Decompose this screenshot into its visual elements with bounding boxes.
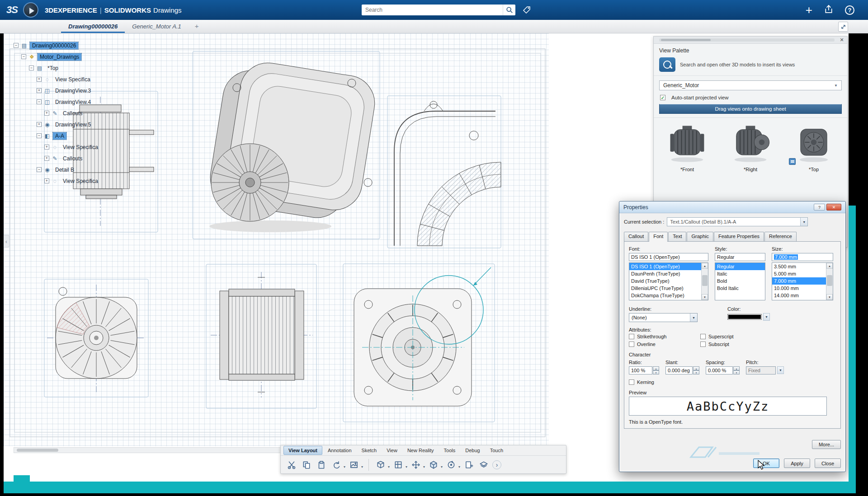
font-list-item[interactable]: DilleniaUPC (TrueType) [629, 285, 701, 292]
thumbnail-right[interactable]: *Right [721, 122, 780, 172]
tree-item-a-a[interactable]: −◧A-A [14, 130, 100, 141]
autostart-option[interactable]: ✓ Auto-start projected view [660, 95, 841, 100]
tab-debug[interactable]: Debug [461, 446, 484, 454]
tab-callout[interactable]: Callout [624, 232, 648, 242]
tab-view-layout[interactable]: View Layout [283, 446, 322, 455]
scrollbar-thumb[interactable] [827, 275, 832, 286]
new-tab-button[interactable]: + [189, 20, 205, 33]
tree-item-label[interactable]: View Specifica [53, 76, 93, 83]
strikethrough-checkbox[interactable] [629, 334, 634, 339]
expander-icon[interactable]: − [21, 54, 26, 59]
tree-item-label[interactable]: Drawing00000026 [30, 42, 78, 49]
color-swatch[interactable] [727, 314, 762, 320]
tree-item-label[interactable]: Callouts [61, 110, 85, 117]
tab-drawing00000026[interactable]: Drawing00000026 [61, 20, 125, 33]
tab-view[interactable]: View [382, 446, 402, 454]
thumbnail-top[interactable]: *Top [784, 122, 843, 172]
pitch-select[interactable]: Fixed [746, 366, 776, 374]
size-list[interactable]: 3.500 mm 5.000 mm 7.000 mm 10.000 mm 14.… [772, 262, 833, 300]
list-scrollbar[interactable]: ▲ ▼ [826, 263, 833, 300]
pan-icon[interactable] [410, 458, 422, 472]
chevron-down-icon[interactable]: ▾ [388, 465, 390, 469]
font-list[interactable]: DS ISO 1 (OpenType) DaunPenh (TrueType) … [629, 262, 708, 300]
drawing-canvas[interactable]: −▤Drawing00000026 −❖Motor_Drawings −▤*To… [4, 33, 549, 446]
tree-item-label[interactable]: View Specifica [61, 144, 100, 151]
dialog-title-bar[interactable]: Properties ? ✕ [619, 201, 845, 213]
expander-icon[interactable]: − [37, 167, 42, 172]
chevron-down-icon[interactable]: ▾ [441, 465, 443, 469]
tab-new-reality[interactable]: New Reality [403, 446, 439, 454]
help-icon[interactable]: ? [845, 5, 854, 15]
palette-scrollbar[interactable] [659, 38, 835, 42]
undo-icon[interactable] [330, 458, 343, 472]
style-list-item[interactable]: Italic [715, 270, 765, 277]
style-list-item[interactable]: Bold [715, 277, 765, 285]
new-sheet-icon[interactable] [462, 458, 475, 472]
style-input[interactable]: Regular [715, 253, 765, 261]
style-list-item[interactable]: Bold Italic [715, 285, 765, 292]
cut-icon[interactable] [285, 458, 298, 472]
tag-icon[interactable] [521, 4, 533, 16]
tree-item-top-sheet[interactable]: −▤*Top [14, 62, 100, 74]
search-input[interactable] [362, 7, 503, 13]
tab-touch[interactable]: Touch [486, 446, 508, 454]
tree-item-view-specific[interactable]: +◌View Specifica [14, 141, 100, 153]
drag-views-button[interactable]: Drag views onto drawing sheet [659, 104, 842, 114]
current-selection-select[interactable]: Text.1/Callout (Detail B).1/A-A ▼ [667, 217, 808, 226]
spacing-input[interactable]: 0.000 % [706, 366, 733, 374]
tree-item-motor-drawings[interactable]: −❖Motor_Drawings [14, 51, 100, 62]
size-list-item[interactable]: 14.000 mm [772, 292, 826, 299]
view-orientation-icon[interactable] [392, 458, 405, 472]
tree-item-label[interactable]: A-A [53, 132, 66, 140]
rotate-view-icon[interactable] [445, 458, 458, 472]
chevron-down-icon[interactable]: ▾ [423, 465, 425, 469]
expander-icon[interactable]: + [44, 111, 49, 116]
superscript-checkbox[interactable] [700, 334, 706, 339]
display-style-icon[interactable] [374, 458, 387, 472]
tab-reference[interactable]: Reference [764, 232, 797, 242]
size-list-item[interactable]: 10.000 mm [772, 285, 826, 292]
tab-font[interactable]: Font [649, 232, 668, 242]
chevron-down-icon[interactable]: ▾ [361, 465, 363, 469]
chevron-down-icon[interactable]: ▾ [458, 465, 460, 469]
tab-sketch[interactable]: Sketch [357, 446, 382, 454]
tree-item-view-specific[interactable]: +◌View Specifica [14, 74, 100, 85]
expander-icon[interactable]: + [44, 178, 49, 183]
scrollbar-thumb[interactable] [17, 449, 58, 452]
tree-item-label[interactable]: View Specifica [61, 178, 100, 185]
drawing-view-detail-b[interactable] [394, 101, 501, 246]
chevron-down-icon[interactable]: ▼ [763, 313, 770, 321]
scroll-down-icon[interactable]: ▼ [826, 294, 833, 300]
expander-icon[interactable]: − [14, 43, 19, 48]
spacing-stepper[interactable]: ▴▾ [733, 366, 740, 374]
export-image-icon[interactable] [348, 458, 360, 472]
expander-icon[interactable]: + [44, 145, 49, 150]
more-commands-icon[interactable]: › [492, 460, 501, 469]
tab-graphic[interactable]: Graphic [687, 232, 713, 242]
search-icon[interactable] [503, 5, 515, 15]
size-list-item[interactable]: 5.000 mm [772, 270, 826, 277]
paste-icon[interactable] [315, 458, 328, 472]
expander-icon[interactable]: + [37, 77, 42, 82]
underline-select[interactable]: (None) ▼ [629, 313, 698, 322]
expander-icon[interactable]: + [37, 88, 42, 93]
search-box[interactable] [362, 5, 515, 15]
tab-text[interactable]: Text [668, 232, 686, 242]
copy-icon[interactable] [300, 458, 313, 472]
fullscreen-icon[interactable] [838, 22, 848, 32]
tree-item-label[interactable]: *Top [45, 65, 61, 72]
tab-generic-motor[interactable]: Generic_Motor A.1 [125, 20, 189, 33]
ratio-stepper[interactable]: ▴▾ [653, 366, 659, 374]
tree-item-drawingview-5[interactable]: +◉DrawingView.5 [14, 119, 100, 130]
tree-item-drawing00000026[interactable]: −▤Drawing00000026 [14, 40, 100, 51]
dialog-help-icon[interactable]: ? [814, 204, 825, 211]
style-list[interactable]: Regular Italic Bold Bold Italic [715, 262, 765, 300]
slant-stepper[interactable]: ▴▾ [693, 366, 699, 374]
tree-item-label[interactable]: DrawingView.5 [53, 121, 93, 128]
tree-item-drawingview-4[interactable]: −◫DrawingView.4 [14, 96, 100, 108]
make-drawing-icon[interactable] [789, 158, 796, 165]
chevron-down-icon[interactable]: ▾ [344, 465, 345, 469]
compass-icon[interactable] [23, 2, 38, 18]
drawing-view-isometric[interactable] [206, 59, 378, 232]
autostart-checkbox[interactable]: ✓ [660, 95, 665, 100]
